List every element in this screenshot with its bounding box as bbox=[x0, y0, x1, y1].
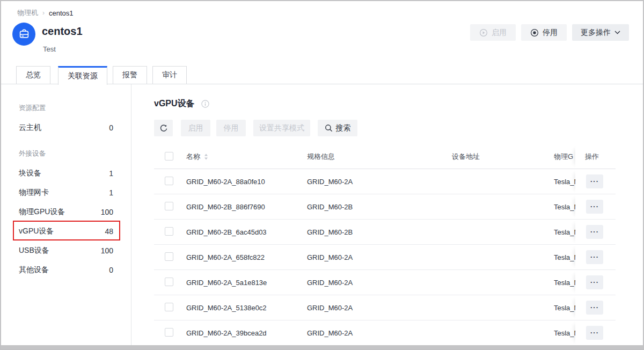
more-actions-button[interactable]: 更多操作 bbox=[572, 24, 629, 41]
row-checkbox[interactable] bbox=[165, 303, 173, 311]
count-badge: 0 bbox=[109, 266, 113, 274]
enable-vgpu-button[interactable]: 启用 bbox=[181, 120, 210, 136]
table-body: GRID_M60-2A_88a0fe10 GRID_M60-2A Tesla_M… bbox=[154, 169, 616, 346]
table-row: GRID_M60-2B_6ac45d03 GRID_M60-2B Tesla_M… bbox=[154, 220, 616, 245]
row-actions-button[interactable]: ··· bbox=[586, 250, 603, 264]
vgpu-spec: GRID_M60-2A bbox=[307, 253, 452, 261]
sidebar-item-vgpu[interactable]: vGPU设备 48 bbox=[1, 222, 131, 241]
tab-audit[interactable]: 审计 bbox=[152, 66, 187, 84]
column-header-name[interactable]: 名称 bbox=[186, 152, 200, 162]
section-title: vGPU设备 bbox=[154, 98, 195, 110]
row-checkbox[interactable] bbox=[165, 278, 173, 286]
vgpu-name-link[interactable]: GRID_M60-2B_886f7690 bbox=[186, 203, 265, 211]
horizontal-scrollbar[interactable] bbox=[1, 345, 643, 349]
disable-host-button[interactable]: 停用 bbox=[521, 24, 567, 41]
breadcrumb-root-link[interactable]: 物理机 bbox=[17, 8, 38, 18]
vgpu-name-link[interactable]: GRID_M60-2A_88a0fe10 bbox=[186, 178, 265, 186]
table-row: GRID_M60-2A_5138e0c2 GRID_M60-2A Tesla_M… bbox=[154, 295, 616, 320]
row-checkbox[interactable] bbox=[165, 177, 173, 185]
tab-related-resources[interactable]: 关联资源 bbox=[58, 66, 107, 85]
breadcrumb-current: centos1 bbox=[49, 9, 74, 17]
table-header-row: 名称 规格信息 设备地址 物理G 操作 bbox=[154, 145, 616, 169]
vgpu-physical-gpu: Tesla_M bbox=[554, 253, 575, 261]
count-badge: 1 bbox=[109, 188, 113, 197]
select-all-checkbox[interactable] bbox=[165, 152, 173, 161]
sidebar-item-usb[interactable]: USB设备 100 bbox=[1, 241, 131, 260]
vgpu-physical-gpu: Tesla_M bbox=[554, 279, 575, 287]
sidebar-item-block-devices[interactable]: 块设备 1 bbox=[1, 164, 131, 183]
row-actions-button[interactable]: ··· bbox=[586, 326, 603, 340]
row-actions-button[interactable]: ··· bbox=[586, 174, 603, 188]
vgpu-spec: GRID_M60-2A bbox=[307, 304, 452, 312]
page-title: centos1 bbox=[42, 25, 83, 38]
table-row: GRID_M60-2A_88a0fe10 GRID_M60-2A Tesla_M… bbox=[154, 169, 616, 194]
vgpu-name-link[interactable]: GRID_M60-2A_39bcea2d bbox=[186, 329, 267, 337]
row-checkbox[interactable] bbox=[165, 328, 173, 337]
table-row: GRID_M60-2A_39bcea2d GRID_M60-2A Tesla_M… bbox=[154, 320, 616, 346]
main-section-header: vGPU设备 bbox=[154, 98, 209, 110]
resource-sidebar: 资源配置 云主机 0 外接设备 块设备 1 物理网卡 1 物理GPU设备 100… bbox=[1, 84, 131, 345]
set-share-mode-button[interactable]: 设置共享模式 bbox=[253, 120, 310, 136]
row-checkbox[interactable] bbox=[165, 202, 173, 210]
header-actions: 启用 停用 更多操作 bbox=[470, 24, 629, 41]
page-subtitle: Test bbox=[43, 45, 56, 53]
count-badge: 1 bbox=[109, 169, 113, 178]
column-header-address: 设备地址 bbox=[452, 152, 554, 162]
row-actions-button[interactable]: ··· bbox=[586, 200, 603, 214]
row-actions-button[interactable]: ··· bbox=[586, 275, 603, 289]
breadcrumb-separator: › bbox=[42, 9, 45, 17]
vgpu-table: 名称 规格信息 设备地址 物理G 操作 GRID_M60-2A_88a0fe10… bbox=[154, 145, 616, 346]
table-toolbar: 启用 停用 设置共享模式 搜索 bbox=[154, 120, 357, 136]
sidebar-section-title: 外接设备 bbox=[19, 149, 113, 158]
info-icon[interactable] bbox=[201, 100, 209, 108]
refresh-button[interactable] bbox=[154, 120, 173, 136]
vgpu-spec: GRID_M60-2B bbox=[307, 203, 452, 211]
vgpu-physical-gpu: Tesla_M bbox=[554, 329, 575, 337]
disable-vgpu-button[interactable]: 停用 bbox=[216, 120, 246, 136]
vgpu-physical-gpu: Tesla_M bbox=[554, 304, 575, 312]
breadcrumb: 物理机 › centos1 bbox=[17, 8, 74, 18]
vgpu-physical-gpu: Tesla_M bbox=[554, 203, 575, 211]
row-checkbox[interactable] bbox=[165, 227, 173, 236]
enable-host-button[interactable]: 启用 bbox=[470, 24, 516, 41]
stop-circle-icon bbox=[530, 28, 539, 37]
refresh-icon bbox=[159, 124, 168, 133]
vgpu-spec: GRID_M60-2B bbox=[307, 228, 452, 236]
tab-bar: 总览 关联资源 报警 审计 bbox=[16, 66, 194, 85]
host-machine-icon bbox=[18, 28, 31, 41]
table-row: GRID_M60-2A_5a1e813e GRID_M60-2A Tesla_M… bbox=[154, 270, 616, 295]
vgpu-physical-gpu: Tesla_M bbox=[554, 178, 575, 186]
vgpu-spec: GRID_M60-2A bbox=[307, 178, 452, 186]
vgpu-spec: GRID_M60-2A bbox=[307, 279, 452, 287]
count-badge: 48 bbox=[105, 227, 113, 236]
sidebar-item-vm-instances[interactable]: 云主机 0 bbox=[1, 118, 131, 137]
row-checkbox[interactable] bbox=[165, 252, 173, 261]
host-avatar bbox=[12, 23, 35, 46]
row-actions-button[interactable]: ··· bbox=[586, 225, 603, 239]
vgpu-name-link[interactable]: GRID_M60-2A_658fc822 bbox=[186, 253, 265, 261]
vgpu-spec: GRID_M60-2A bbox=[307, 329, 452, 337]
table-row: GRID_M60-2A_658fc822 GRID_M60-2A Tesla_M… bbox=[154, 245, 616, 270]
sort-icon[interactable] bbox=[204, 154, 208, 160]
sidebar-item-physical-gpu[interactable]: 物理GPU设备 100 bbox=[1, 202, 131, 222]
count-badge: 100 bbox=[101, 246, 113, 255]
count-badge: 0 bbox=[109, 123, 113, 132]
tab-alarms[interactable]: 报警 bbox=[113, 66, 147, 84]
play-circle-icon bbox=[479, 28, 488, 37]
physical-machine-detail-page: 物理机 › centos1 centos1 Test 启用 bbox=[0, 0, 644, 350]
sidebar-item-other-devices[interactable]: 其他设备 0 bbox=[1, 260, 131, 280]
tab-overview[interactable]: 总览 bbox=[16, 66, 50, 84]
count-badge: 100 bbox=[101, 208, 113, 216]
vgpu-name-link[interactable]: GRID_M60-2A_5a1e813e bbox=[186, 279, 267, 287]
search-icon bbox=[325, 124, 333, 132]
row-actions-button[interactable]: ··· bbox=[586, 301, 603, 315]
sidebar-item-physical-nics[interactable]: 物理网卡 1 bbox=[1, 183, 131, 202]
column-header-spec: 规格信息 bbox=[307, 152, 452, 162]
vgpu-name-link[interactable]: GRID_M60-2B_6ac45d03 bbox=[186, 228, 267, 236]
column-header-physical-gpu: 物理G bbox=[554, 152, 575, 162]
table-row: GRID_M60-2B_886f7690 GRID_M60-2B Tesla_M… bbox=[154, 194, 616, 220]
vgpu-name-link[interactable]: GRID_M60-2A_5138e0c2 bbox=[186, 304, 267, 312]
sidebar-section-title: 资源配置 bbox=[19, 104, 113, 113]
search-button[interactable]: 搜索 bbox=[318, 120, 357, 136]
chevron-down-icon bbox=[614, 31, 620, 34]
